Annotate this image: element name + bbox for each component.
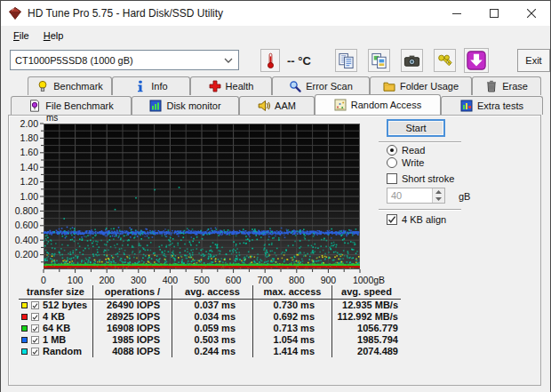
svg-text:700: 700 [257, 275, 273, 285]
minimize-button[interactable] [438, 1, 475, 26]
copy-text-button[interactable] [335, 49, 357, 72]
tab-extra-tests[interactable]: Extra tests [441, 96, 543, 115]
menu-file[interactable]: File [6, 28, 36, 43]
read-radio[interactable] [387, 145, 397, 156]
tab-aam[interactable]: AAM [239, 96, 315, 115]
write-radio[interactable] [387, 157, 397, 168]
toolbar: CT1000P5SSD8 (1000 gB) -- °C [1, 45, 550, 76]
read-radio-row[interactable]: Read [387, 145, 425, 156]
align-row[interactable]: 4 KB align [387, 214, 446, 225]
random-access-panel: 2.001.801.601.401.201.000.8000.6000.4000… [1, 115, 550, 392]
write-radio-label: Write [402, 157, 424, 168]
tab-disk-monitor-label: Disk monitor [166, 100, 220, 111]
minimize-icon [452, 9, 461, 18]
svg-text:500: 500 [194, 275, 210, 285]
title-bar[interactable]: HD Tune Pro 5.75 - Hard Disk/SSD Utility [1, 1, 550, 26]
temperature-button[interactable] [260, 49, 280, 72]
tab-error-scan-label: Error Scan [306, 81, 353, 92]
transfer-size-cell: 1 MB [19, 334, 92, 346]
menu-help[interactable]: Help [36, 28, 71, 43]
check-icon [32, 325, 38, 332]
separator [379, 209, 461, 210]
align-checkbox[interactable] [387, 214, 397, 225]
svg-text:0.600: 0.600 [15, 220, 38, 230]
check-icon [32, 302, 38, 309]
row-checkbox[interactable] [31, 301, 39, 309]
avg-speed-cell: 2074.489 [331, 346, 401, 357]
row-checkbox[interactable] [31, 313, 39, 321]
tab-folder-usage-label: Folder Usage [400, 81, 459, 92]
row-checkbox[interactable] [31, 336, 39, 344]
write-radio-row[interactable]: Write [387, 157, 424, 168]
transfer-size-cell: 512 bytes [19, 300, 92, 311]
row-checkbox[interactable] [31, 324, 39, 332]
svg-text:800: 800 [289, 275, 305, 285]
svg-text:0: 0 [41, 275, 46, 285]
short-stroke-size-value: 40 [387, 188, 432, 203]
tab-disk-monitor[interactable]: Disk monitor [132, 96, 239, 115]
short-stroke-unit-label: gB [459, 191, 470, 202]
tab-file-benchmark-label: File Benchmark [45, 100, 113, 111]
random-access-icon [334, 99, 347, 111]
tab-error-scan[interactable]: Error Scan [272, 76, 370, 95]
operations-cell: 16908 IOPS [92, 323, 172, 334]
max-access-cell: 0.692 ms [252, 311, 331, 323]
table-row: 64 KB16908 IOPS0.059 ms0.713 ms1056.779 [19, 323, 401, 334]
operations-cell: 28925 IOPS [92, 311, 172, 323]
col-header-transfer-size: transfer size [19, 285, 92, 300]
tab-random-access[interactable]: Random Access [315, 94, 441, 115]
error-scan-icon [289, 80, 301, 92]
maximize-button[interactable] [475, 1, 513, 26]
menu-bar: File Help [1, 26, 550, 45]
tab-erase[interactable]: Erase [472, 76, 541, 95]
svg-text:ms: ms [46, 115, 58, 123]
avg-access-cell: 0.503 ms [172, 334, 252, 346]
options-button[interactable] [434, 49, 456, 72]
check-icon [32, 314, 38, 321]
copy-image-icon [371, 52, 387, 69]
series-color-swatch [21, 325, 28, 332]
read-radio-label: Read [402, 145, 425, 156]
latency-scatter-chart: 2.001.801.601.401.201.000.8000.6000.4000… [1, 115, 392, 285]
series-color-swatch [21, 314, 28, 320]
svg-text:200: 200 [99, 275, 115, 285]
tab-strip: Benchmark Info Health Error Scan Folder … [1, 76, 550, 115]
exit-button[interactable]: Exit [517, 49, 550, 72]
tab-benchmark-label: Benchmark [53, 81, 103, 92]
screenshot-button[interactable] [401, 49, 423, 72]
tab-file-benchmark[interactable]: File Benchmark [11, 96, 132, 115]
col-header-operations: operations / [92, 285, 172, 300]
short-stroke-size-input[interactable]: 40 [387, 188, 445, 204]
svg-text:900: 900 [321, 275, 337, 285]
spin-down-button[interactable] [433, 196, 444, 203]
drive-select[interactable]: CT1000P5SSD8 (1000 gB) [10, 50, 239, 70]
series-color-swatch [21, 337, 28, 343]
update-button[interactable] [464, 48, 489, 73]
results-table: transfer size operations / avg. access m… [19, 285, 401, 357]
tab-health[interactable]: Health [190, 76, 272, 95]
avg-access-cell: 0.244 ms [172, 346, 252, 357]
start-button[interactable]: Start [387, 119, 445, 137]
row-checkbox[interactable] [31, 348, 39, 356]
svg-text:0.800: 0.800 [15, 205, 38, 216]
max-access-cell: 1.054 ms [252, 334, 331, 346]
tab-info[interactable]: Info [112, 76, 190, 95]
benchmark-icon [36, 80, 49, 92]
file-benchmark-icon [28, 100, 41, 112]
table-row: Random4088 IOPS0.244 ms1.414 ms2074.489 [19, 346, 401, 357]
short-stroke-row[interactable]: Short stroke [387, 173, 454, 184]
close-button[interactable] [513, 1, 550, 26]
drive-select-value: CT1000P5SSD8 (1000 gB) [15, 55, 133, 66]
svg-text:1.00: 1.00 [20, 191, 39, 202]
copy-image-button[interactable] [368, 49, 390, 72]
spin-up-button[interactable] [433, 188, 444, 196]
max-access-cell: 0.730 ms [252, 300, 331, 311]
tab-benchmark[interactable]: Benchmark [28, 76, 112, 95]
chevron-down-icon [224, 58, 233, 63]
start-button-label: Start [405, 123, 426, 133]
series-color-swatch [21, 348, 28, 355]
short-stroke-checkbox[interactable] [387, 173, 397, 184]
col-header-max-access: max. access [252, 285, 331, 300]
tab-folder-usage[interactable]: Folder Usage [370, 76, 472, 95]
tab-aam-label: AAM [275, 100, 296, 111]
